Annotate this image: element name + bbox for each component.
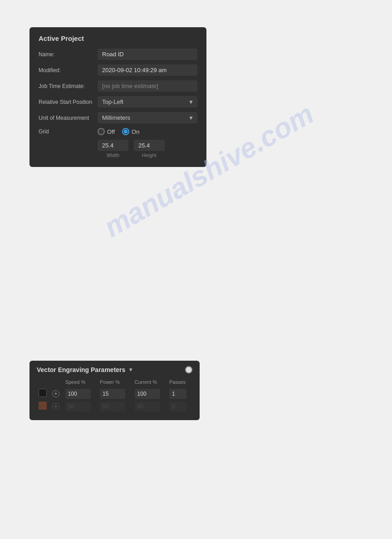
- job-time-row: Job Time Estimate: [no job time estimate…: [39, 80, 197, 92]
- row2-controls-cell: +: [50, 400, 64, 413]
- params-table-header: Speed % Power % Current % Passes: [37, 378, 192, 387]
- active-project-title: Active Project: [39, 34, 197, 42]
- row2-controls: +: [52, 403, 62, 410]
- row2-add-button[interactable]: +: [52, 403, 59, 410]
- grid-height-input[interactable]: [134, 140, 165, 151]
- row2-color-swatch: [39, 402, 47, 410]
- grid-dimensions: Width Height: [98, 140, 197, 158]
- row2-power-cell: [98, 400, 132, 413]
- row1-color-cell: [37, 387, 50, 400]
- col-power: Power %: [98, 378, 132, 387]
- name-label: Name:: [39, 49, 98, 58]
- vector-dropdown-arrow-icon[interactable]: ▼: [128, 367, 133, 373]
- modified-value: 2020-09-02 10:49:29 am: [98, 64, 197, 76]
- table-row: +: [37, 400, 192, 413]
- grid-on-radio[interactable]: [122, 128, 129, 135]
- col-color: [37, 378, 50, 387]
- row1-speed-input[interactable]: [65, 389, 91, 399]
- unit-row: Unit of Measurement Millimeters ▼: [39, 112, 197, 123]
- row2-current-input: [135, 402, 160, 412]
- row1-add-button[interactable]: +: [52, 390, 59, 397]
- grid-on-label: On: [132, 128, 139, 135]
- row1-controls-cell: +: [50, 387, 64, 400]
- row2-passes-input: [169, 402, 186, 412]
- col-current: Current %: [133, 378, 167, 387]
- row2-passes-cell: [167, 400, 192, 413]
- unit-label: Unit of Measurement: [39, 112, 98, 121]
- unit-select[interactable]: Millimeters: [98, 112, 197, 123]
- modified-label: Modified:: [39, 64, 98, 74]
- row2-speed-cell: [64, 400, 98, 413]
- active-project-panel: Active Project Name: Road ID Modified: 2…: [29, 27, 206, 167]
- row1-power-input[interactable]: [100, 389, 125, 399]
- grid-off-radio[interactable]: [98, 128, 105, 135]
- relative-start-dropdown[interactable]: Top-Left ▼: [98, 96, 197, 108]
- row1-current-cell: [133, 387, 167, 400]
- grid-label: Grid: [39, 128, 98, 135]
- row1-current-input[interactable]: [135, 389, 160, 399]
- grid-width-input[interactable]: [98, 140, 128, 151]
- params-table: Speed % Power % Current % Passes +: [37, 378, 192, 413]
- col-speed: Speed %: [64, 378, 98, 387]
- modified-row: Modified: 2020-09-02 10:49:29 am: [39, 64, 197, 76]
- row1-passes-cell: [167, 387, 192, 400]
- grid-radio-group: Off On: [98, 128, 139, 135]
- row1-color-swatch: [39, 389, 47, 397]
- vector-engraving-panel: Vector Engraving Parameters ▼ Speed % Po…: [29, 361, 200, 420]
- grid-on-option[interactable]: On: [122, 128, 139, 135]
- col-controls: [50, 378, 64, 387]
- vector-panel-title: Vector Engraving Parameters: [37, 366, 125, 373]
- row1-passes-input[interactable]: [169, 389, 186, 399]
- name-value: Road ID: [98, 49, 197, 60]
- grid-height-group: Height: [134, 140, 165, 158]
- grid-off-label: Off: [107, 128, 115, 135]
- relative-start-select[interactable]: Top-Left: [98, 96, 197, 108]
- table-row: +: [37, 387, 192, 400]
- unit-dropdown[interactable]: Millimeters ▼: [98, 112, 197, 123]
- row2-power-input: [100, 402, 125, 412]
- row2-speed-input: [65, 402, 91, 412]
- relative-start-row: Relative Start Position Top-Left ▼: [39, 96, 197, 108]
- grid-width-group: Width: [98, 140, 128, 158]
- row2-current-cell: [133, 400, 167, 413]
- row1-power-cell: [98, 387, 132, 400]
- job-time-value: [no job time estimate]: [98, 80, 197, 92]
- grid-off-option[interactable]: Off: [98, 128, 115, 135]
- grid-width-label: Width: [107, 152, 119, 158]
- row1-speed-cell: [64, 387, 98, 400]
- col-passes: Passes: [167, 378, 192, 387]
- vector-panel-header: Vector Engraving Parameters ▼: [37, 366, 192, 373]
- row2-color-cell: [37, 400, 50, 413]
- row1-controls: +: [52, 390, 62, 397]
- grid-row: Grid Off On: [39, 128, 197, 135]
- vector-title-group: Vector Engraving Parameters ▼: [37, 366, 133, 373]
- name-row: Name: Road ID: [39, 49, 197, 60]
- relative-start-label: Relative Start Position: [39, 96, 98, 105]
- grid-height-label: Height: [142, 152, 157, 158]
- vector-toggle-button[interactable]: [185, 366, 192, 373]
- job-time-label: Job Time Estimate:: [39, 80, 98, 89]
